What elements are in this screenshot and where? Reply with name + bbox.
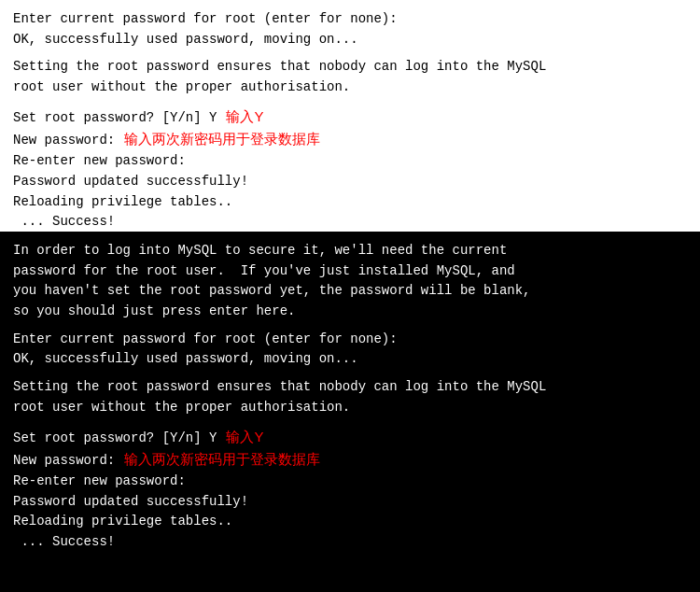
bottom-line-7: OK, successfully used password, moving o… [13,349,687,370]
top-line-12: ... Success! [13,212,687,232]
bottom-line-3: you haven't set the root password yet, t… [13,281,687,302]
bottom-line-12: Set root password? [Y/n] Y 输入Y [13,426,687,449]
bottom-line-17: ... Success! [13,532,687,553]
top-annotation-y: 输入Y [226,106,263,127]
bottom-line-6: Enter current password for root (enter f… [13,330,687,350]
bottom-line-9: Setting the root password ensures that n… [13,377,687,398]
bottom-terminal-panel: In order to log into MySQL to secure it,… [0,232,700,592]
top-line-7-text: Set root password? [Y/n] Y [13,108,217,129]
bottom-line-13: New password: 输入两次新密码用于登录数据库 [13,448,687,472]
bottom-line-14: Re-enter new password: [13,472,687,492]
top-annotation-password: 输入两次新密码用于登录数据库 [124,128,320,149]
top-line-4: Setting the root password ensures that n… [13,57,687,78]
top-line-10: Password updated successfully! [13,172,687,192]
top-line-8: New password: 输入两次新密码用于登录数据库 [13,128,687,151]
top-terminal-panel: Enter current password for root (enter f… [0,0,700,232]
bottom-annotation-y: 输入Y [226,426,263,447]
top-line-7: Set root password? [Y/n] Y 输入Y [13,106,687,129]
bottom-line-2: password for the root user. If you've ju… [13,261,687,282]
bottom-line-10: root user without the proper authorisati… [13,398,687,418]
top-line-2: OK, successfully used password, moving o… [13,30,687,50]
bottom-line-12-text: Set root password? [Y/n] Y [13,429,217,449]
bottom-line-1: In order to log into MySQL to secure it,… [13,241,687,261]
bottom-line-4: so you should just press enter here. [13,302,687,322]
top-line-9: Re-enter new password: [13,151,687,172]
top-line-1: Enter current password for root (enter f… [13,9,687,30]
bottom-annotation-password: 输入两次新密码用于登录数据库 [124,448,320,470]
bottom-line-15: Password updated successfully! [13,492,687,513]
top-line-11: Reloading privilege tables.. [13,192,687,213]
top-line-5: root user without the proper authorisati… [13,78,687,98]
top-line-8-text: New password: [13,131,115,151]
bottom-line-13-text: New password: [13,451,115,472]
bottom-line-16: Reloading privilege tables.. [13,512,687,532]
